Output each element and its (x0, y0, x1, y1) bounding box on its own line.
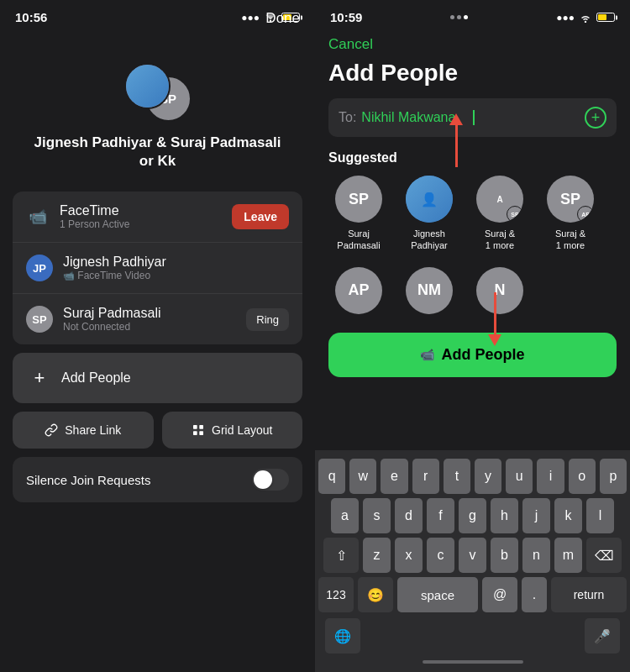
facetime-text: FaceTime 1 Person Active (60, 203, 232, 230)
key-i[interactable]: i (537, 459, 564, 494)
suggested-item-jp[interactable]: 👤 JigneshPadhiyar (399, 176, 459, 252)
person1-subtitle: 📹 FaceTime Video (63, 270, 289, 281)
suggested-item-sa[interactable]: A SP Suraj &1 more (470, 176, 530, 252)
suggested-item-sp[interactable]: SP SurajPadmasali (328, 176, 389, 252)
person2-name: Suraj Padmasali (63, 306, 246, 321)
silence-row: Silence Join Requests (13, 457, 302, 502)
num-key[interactable]: 123 (318, 577, 354, 612)
key-m[interactable]: m (554, 538, 582, 573)
ring-button[interactable]: Ring (246, 308, 289, 331)
dot-key[interactable]: . (522, 577, 547, 612)
arrow-up (449, 113, 463, 167)
globe-key[interactable]: 🌐 (325, 618, 360, 654)
at-key[interactable]: @ (482, 577, 517, 612)
return-key[interactable]: return (551, 577, 627, 612)
key-p[interactable]: p (600, 459, 627, 494)
cursor (473, 110, 475, 125)
svg-rect-3 (193, 432, 197, 436)
person1-name: Jignesh Padhiyar (63, 255, 289, 270)
to-label: To: (339, 110, 356, 125)
action-list: 📹 FaceTime 1 Person Active Leave JP Jign… (13, 192, 302, 344)
key-c[interactable]: c (427, 538, 454, 573)
suggested-avatar-sp: SP (335, 176, 382, 223)
key-a[interactable]: a (331, 498, 359, 533)
add-people-row[interactable]: + Add People (13, 353, 302, 403)
second-avatar-row: AP NM N (328, 267, 617, 319)
key-z[interactable]: z (363, 538, 391, 573)
facetime-icon-box: 📹 (26, 205, 50, 228)
suggested-avatar-ap: AP (335, 267, 382, 314)
keyboard-row1: q w e r t y u i o p (318, 459, 627, 494)
key-s[interactable]: s (363, 498, 391, 533)
suggested-name-jp: JigneshPadhiyar (411, 228, 447, 252)
suggested-item-sp2[interactable]: SP AP Suraj &1 more (540, 176, 601, 252)
key-j[interactable]: j (522, 498, 550, 533)
facetime-item: 📹 FaceTime 1 Person Active Leave (13, 192, 302, 243)
keyboard-row2: a s d f g h j k l (318, 498, 627, 533)
suggested-item-ap[interactable]: AP (328, 267, 389, 319)
facetime-icon: 📹 (29, 207, 47, 226)
space-key[interactable]: space (397, 577, 478, 612)
facetime-title: FaceTime (60, 203, 232, 218)
dot3 (464, 15, 468, 19)
signal-icon-left: ●●● (241, 12, 260, 24)
status-dots (450, 15, 468, 19)
add-contact-button[interactable]: + (585, 107, 606, 129)
arrow-head-down (488, 334, 501, 346)
key-k[interactable]: k (554, 498, 582, 533)
arrow-shaft-down (494, 292, 496, 334)
svg-rect-4 (199, 432, 203, 436)
key-d[interactable]: d (395, 498, 423, 533)
key-g[interactable]: g (459, 498, 486, 533)
person2-text: Suraj Padmasali Not Connected (63, 306, 246, 333)
key-o[interactable]: o (569, 459, 596, 494)
key-x[interactable]: x (395, 538, 423, 573)
key-t[interactable]: t (444, 459, 470, 494)
leave-button[interactable]: Leave (232, 204, 289, 229)
shift-key[interactable]: ⇧ (323, 538, 359, 573)
key-q[interactable]: q (318, 459, 345, 494)
key-h[interactable]: h (491, 498, 518, 533)
key-u[interactable]: u (506, 459, 533, 494)
wifi-icon-right (579, 13, 592, 23)
dot2 (457, 15, 461, 19)
key-n[interactable]: n (522, 538, 550, 573)
arrow-down (488, 292, 501, 346)
person1-text: Jignesh Padhiyar 📹 FaceTime Video (63, 255, 289, 281)
key-y[interactable]: y (475, 459, 501, 494)
delete-key[interactable]: ⌫ (586, 538, 622, 573)
suggested-initials-nm: NM (417, 281, 441, 299)
keyboard-row4: 123 😊 space @ . return (318, 577, 627, 612)
signal-icon-right: ●●● (556, 12, 575, 24)
share-link-button[interactable]: Share Link (13, 412, 154, 449)
key-w[interactable]: w (349, 459, 376, 494)
share-link-icon (45, 423, 58, 437)
keyboard: q w e r t y u i o p a s d f g h j k l ⇧ … (315, 450, 630, 672)
key-r[interactable]: r (412, 459, 439, 494)
grid-layout-label: Grid Layout (212, 423, 272, 437)
done-button[interactable]: Done (265, 10, 300, 27)
person2-subtitle: Not Connected (63, 321, 246, 333)
status-icons-right: ●●● (556, 12, 615, 24)
key-f[interactable]: f (427, 498, 454, 533)
key-e[interactable]: e (381, 459, 407, 494)
home-indicator (423, 660, 523, 664)
keyboard-bottom: 🌐 🎤 (318, 617, 627, 655)
key-l[interactable]: l (586, 498, 614, 533)
plus-icon: + (28, 366, 51, 390)
suggested-item-nm[interactable]: NM (399, 267, 459, 319)
grid-layout-button[interactable]: Grid Layout (162, 412, 303, 449)
key-v[interactable]: v (459, 538, 486, 573)
svg-rect-2 (199, 425, 203, 429)
camera-icon-btn: 📹 (420, 348, 434, 361)
mic-key[interactable]: 🎤 (585, 618, 620, 654)
emoji-key[interactable]: 😊 (358, 577, 393, 612)
suggested-initials-jp: 👤 (421, 192, 438, 207)
small-badge-sp2: AP (577, 206, 594, 223)
suggested-initials-ap: AP (348, 281, 369, 299)
person2-avatar: SP (26, 306, 53, 333)
key-b[interactable]: b (491, 538, 518, 573)
silence-toggle[interactable] (252, 469, 289, 491)
add-people-green-button[interactable]: 📹 Add People (328, 333, 617, 377)
cancel-button[interactable]: Cancel (315, 29, 630, 60)
